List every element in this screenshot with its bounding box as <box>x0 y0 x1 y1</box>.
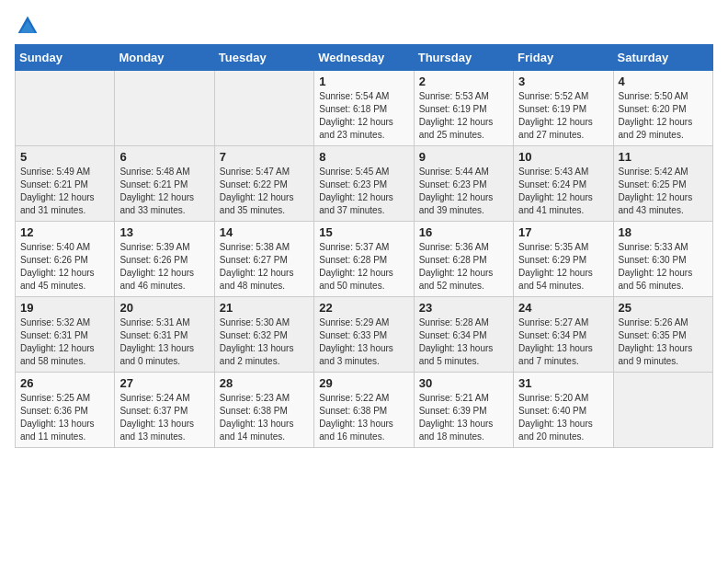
day-info: Sunrise: 5:37 AM Sunset: 6:28 PM Dayligh… <box>319 241 408 293</box>
calendar-cell: 24Sunrise: 5:27 AM Sunset: 6:34 PM Dayli… <box>514 297 613 373</box>
day-number: 24 <box>518 301 608 315</box>
week-row-4: 19Sunrise: 5:32 AM Sunset: 6:31 PM Dayli… <box>16 297 713 373</box>
day-info: Sunrise: 5:24 AM Sunset: 6:37 PM Dayligh… <box>119 392 209 443</box>
calendar-cell: 4Sunrise: 5:50 AM Sunset: 6:20 PM Daylig… <box>613 71 712 146</box>
calendar-cell: 1Sunrise: 5:54 AM Sunset: 6:18 PM Daylig… <box>314 71 414 146</box>
calendar-cell: 19Sunrise: 5:32 AM Sunset: 6:31 PM Dayli… <box>16 297 115 373</box>
day-info: Sunrise: 5:40 AM Sunset: 6:26 PM Dayligh… <box>20 241 109 293</box>
day-info: Sunrise: 5:50 AM Sunset: 6:20 PM Dayligh… <box>619 90 708 142</box>
calendar-cell <box>16 71 115 146</box>
calendar-cell: 13Sunrise: 5:39 AM Sunset: 6:26 PM Dayli… <box>115 222 214 297</box>
weekday-header-monday: Monday <box>115 45 214 71</box>
day-info: Sunrise: 5:38 AM Sunset: 6:27 PM Dayligh… <box>220 241 309 293</box>
day-number: 17 <box>518 225 608 239</box>
day-info: Sunrise: 5:45 AM Sunset: 6:23 PM Dayligh… <box>319 166 408 217</box>
calendar-cell: 31Sunrise: 5:20 AM Sunset: 6:40 PM Dayli… <box>514 373 613 448</box>
calendar-cell: 10Sunrise: 5:43 AM Sunset: 6:24 PM Dayli… <box>514 146 613 222</box>
day-number: 3 <box>518 75 608 88</box>
weekday-header-row: SundayMondayTuesdayWednesdayThursdayFrid… <box>16 45 713 71</box>
calendar-cell: 9Sunrise: 5:44 AM Sunset: 6:23 PM Daylig… <box>414 146 513 222</box>
day-number: 29 <box>319 376 408 390</box>
day-number: 16 <box>419 225 508 239</box>
day-number: 30 <box>419 376 508 390</box>
day-number: 8 <box>319 150 408 164</box>
calendar-cell: 2Sunrise: 5:53 AM Sunset: 6:19 PM Daylig… <box>414 71 513 146</box>
weekday-header-thursday: Thursday <box>414 45 513 71</box>
calendar-cell: 3Sunrise: 5:52 AM Sunset: 6:19 PM Daylig… <box>514 71 613 146</box>
calendar-cell: 29Sunrise: 5:22 AM Sunset: 6:38 PM Dayli… <box>314 373 414 448</box>
day-info: Sunrise: 5:49 AM Sunset: 6:21 PM Dayligh… <box>20 166 109 217</box>
week-row-3: 12Sunrise: 5:40 AM Sunset: 6:26 PM Dayli… <box>16 222 713 297</box>
day-number: 14 <box>220 225 309 239</box>
weekday-header-wednesday: Wednesday <box>314 45 414 71</box>
calendar-cell <box>214 71 313 146</box>
day-info: Sunrise: 5:42 AM Sunset: 6:25 PM Dayligh… <box>619 166 708 217</box>
day-number: 4 <box>619 75 708 88</box>
day-number: 25 <box>619 301 708 315</box>
day-number: 13 <box>119 225 209 239</box>
calendar-cell: 30Sunrise: 5:21 AM Sunset: 6:39 PM Dayli… <box>414 373 513 448</box>
day-number: 31 <box>518 376 608 390</box>
calendar-cell: 21Sunrise: 5:30 AM Sunset: 6:32 PM Dayli… <box>214 297 313 373</box>
day-number: 19 <box>20 301 109 315</box>
day-number: 2 <box>419 75 508 88</box>
calendar-cell: 12Sunrise: 5:40 AM Sunset: 6:26 PM Dayli… <box>16 222 115 297</box>
calendar-cell: 17Sunrise: 5:35 AM Sunset: 6:29 PM Dayli… <box>514 222 613 297</box>
day-number: 21 <box>220 301 309 315</box>
calendar-cell: 22Sunrise: 5:29 AM Sunset: 6:33 PM Dayli… <box>314 297 414 373</box>
calendar-cell: 26Sunrise: 5:25 AM Sunset: 6:36 PM Dayli… <box>16 373 115 448</box>
day-info: Sunrise: 5:31 AM Sunset: 6:31 PM Dayligh… <box>119 316 209 368</box>
calendar-cell: 15Sunrise: 5:37 AM Sunset: 6:28 PM Dayli… <box>314 222 414 297</box>
day-number: 12 <box>20 225 109 239</box>
day-info: Sunrise: 5:22 AM Sunset: 6:38 PM Dayligh… <box>319 392 408 443</box>
weekday-header-friday: Friday <box>514 45 613 71</box>
calendar-table: SundayMondayTuesdayWednesdayThursdayFrid… <box>15 44 713 448</box>
calendar-cell: 25Sunrise: 5:26 AM Sunset: 6:35 PM Dayli… <box>613 297 712 373</box>
day-info: Sunrise: 5:43 AM Sunset: 6:24 PM Dayligh… <box>518 166 608 217</box>
day-info: Sunrise: 5:52 AM Sunset: 6:19 PM Dayligh… <box>518 90 608 142</box>
day-info: Sunrise: 5:36 AM Sunset: 6:28 PM Dayligh… <box>419 241 508 293</box>
calendar-cell <box>115 71 214 146</box>
calendar-cell: 14Sunrise: 5:38 AM Sunset: 6:27 PM Dayli… <box>214 222 313 297</box>
calendar-cell: 23Sunrise: 5:28 AM Sunset: 6:34 PM Dayli… <box>414 297 513 373</box>
day-info: Sunrise: 5:29 AM Sunset: 6:33 PM Dayligh… <box>319 316 408 368</box>
calendar-cell: 8Sunrise: 5:45 AM Sunset: 6:23 PM Daylig… <box>314 146 414 222</box>
day-info: Sunrise: 5:20 AM Sunset: 6:40 PM Dayligh… <box>518 392 608 443</box>
day-number: 7 <box>220 150 309 164</box>
day-info: Sunrise: 5:54 AM Sunset: 6:18 PM Dayligh… <box>319 90 408 142</box>
day-number: 1 <box>319 75 408 88</box>
day-info: Sunrise: 5:30 AM Sunset: 6:32 PM Dayligh… <box>220 316 309 368</box>
day-info: Sunrise: 5:23 AM Sunset: 6:38 PM Dayligh… <box>220 392 309 443</box>
calendar-cell: 6Sunrise: 5:48 AM Sunset: 6:21 PM Daylig… <box>115 146 214 222</box>
calendar-cell: 11Sunrise: 5:42 AM Sunset: 6:25 PM Dayli… <box>613 146 712 222</box>
week-row-5: 26Sunrise: 5:25 AM Sunset: 6:36 PM Dayli… <box>16 373 713 448</box>
day-number: 11 <box>619 150 708 164</box>
calendar-cell: 28Sunrise: 5:23 AM Sunset: 6:38 PM Dayli… <box>214 373 313 448</box>
calendar-cell: 27Sunrise: 5:24 AM Sunset: 6:37 PM Dayli… <box>115 373 214 448</box>
day-number: 10 <box>518 150 608 164</box>
week-row-2: 5Sunrise: 5:49 AM Sunset: 6:21 PM Daylig… <box>16 146 713 222</box>
calendar-cell: 7Sunrise: 5:47 AM Sunset: 6:22 PM Daylig… <box>214 146 313 222</box>
day-number: 27 <box>119 376 209 390</box>
weekday-header-tuesday: Tuesday <box>214 45 313 71</box>
calendar-cell: 5Sunrise: 5:49 AM Sunset: 6:21 PM Daylig… <box>16 146 115 222</box>
day-number: 18 <box>619 225 708 239</box>
day-info: Sunrise: 5:26 AM Sunset: 6:35 PM Dayligh… <box>619 316 708 368</box>
day-number: 23 <box>419 301 508 315</box>
day-info: Sunrise: 5:35 AM Sunset: 6:29 PM Dayligh… <box>518 241 608 293</box>
day-info: Sunrise: 5:28 AM Sunset: 6:34 PM Dayligh… <box>419 316 508 368</box>
day-number: 20 <box>119 301 209 315</box>
day-info: Sunrise: 5:53 AM Sunset: 6:19 PM Dayligh… <box>419 90 508 142</box>
calendar-cell: 16Sunrise: 5:36 AM Sunset: 6:28 PM Dayli… <box>414 222 513 297</box>
day-number: 26 <box>20 376 109 390</box>
day-info: Sunrise: 5:39 AM Sunset: 6:26 PM Dayligh… <box>119 241 209 293</box>
day-number: 15 <box>319 225 408 239</box>
day-info: Sunrise: 5:21 AM Sunset: 6:39 PM Dayligh… <box>419 392 508 443</box>
logo <box>15 15 40 37</box>
page-header <box>15 15 713 37</box>
day-info: Sunrise: 5:27 AM Sunset: 6:34 PM Dayligh… <box>518 316 608 368</box>
day-info: Sunrise: 5:32 AM Sunset: 6:31 PM Dayligh… <box>20 316 109 368</box>
day-number: 22 <box>319 301 408 315</box>
calendar-cell: 18Sunrise: 5:33 AM Sunset: 6:30 PM Dayli… <box>613 222 712 297</box>
logo-icon <box>17 15 39 37</box>
